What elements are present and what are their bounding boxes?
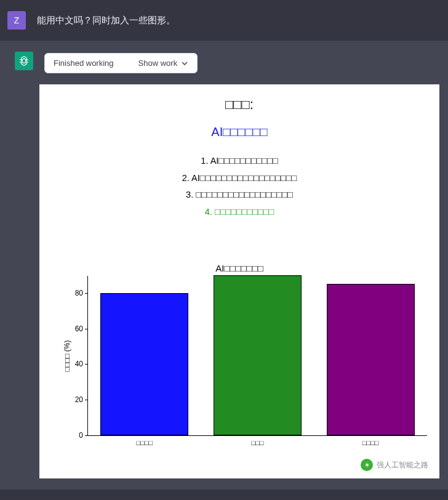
y-tick: 80 xyxy=(65,289,83,297)
user-message-row: Z 能用中文吗？同时加入一些图形。 xyxy=(0,0,448,41)
show-work-toggle[interactable]: Show work xyxy=(138,58,189,68)
bar xyxy=(327,284,415,435)
bar xyxy=(100,293,188,435)
slide-subtitle: AI□□□□□□ xyxy=(39,125,439,139)
x-tick: □□□ xyxy=(252,439,264,446)
slide-list-item: 3. □□□□□□□□□□□□□□□□□□ xyxy=(39,187,439,204)
slide-text-block: □□□: AI□□□□□□ 1. AI□□□□□□□□□□□ 2. AI□□□□… xyxy=(39,84,439,220)
slide-list: 1. AI□□□□□□□□□□□ 2. AI□□□□□□□□□□□□□□□□□□… xyxy=(39,153,439,220)
watermark-text: 强人工智能之路 xyxy=(377,460,428,470)
x-tick: □□□□ xyxy=(137,439,153,446)
chevron-down-icon xyxy=(181,60,188,67)
x-tick: □□□□ xyxy=(362,439,379,446)
chart-title: AI□□□□□□□ xyxy=(52,263,427,273)
user-avatar: Z xyxy=(7,11,26,30)
plot-area: □□□□ (%) 020406080□□□□□□□□□□□ xyxy=(87,276,427,436)
bar xyxy=(214,275,302,435)
watermark: ✶ 强人工智能之路 xyxy=(361,459,428,471)
assistant-message-row: Finished working Show work □□□: AI□□□□□□… xyxy=(0,41,448,490)
code-work-pill[interactable]: Finished working Show work xyxy=(44,53,198,73)
y-tick: 20 xyxy=(65,395,83,404)
slide-title: □□□: xyxy=(39,97,439,113)
pill-status-text: Finished working xyxy=(54,58,114,68)
wechat-icon: ✶ xyxy=(361,459,373,471)
slide-list-item: 4. □□□□□□□□□□□ xyxy=(39,204,439,221)
y-tick: 60 xyxy=(65,325,83,333)
openai-icon xyxy=(18,55,30,67)
svg-point-0 xyxy=(22,59,26,63)
user-message-text: 能用中文吗？同时加入一些图形。 xyxy=(37,11,175,28)
slide-list-item: 1. AI□□□□□□□□□□□ xyxy=(39,153,439,170)
output-image-card: □□□: AI□□□□□□ 1. AI□□□□□□□□□□□ 2. AI□□□□… xyxy=(39,84,439,478)
y-tick: 0 xyxy=(65,431,83,440)
y-tick: 40 xyxy=(65,360,83,368)
assistant-avatar xyxy=(15,52,33,70)
bar-chart: AI□□□□□□□ □□□□ (%) 020406080□□□□□□□□□□□ … xyxy=(52,263,427,466)
slide-list-item: 2. AI□□□□□□□□□□□□□□□□□□ xyxy=(39,170,439,187)
show-work-label: Show work xyxy=(138,58,178,68)
